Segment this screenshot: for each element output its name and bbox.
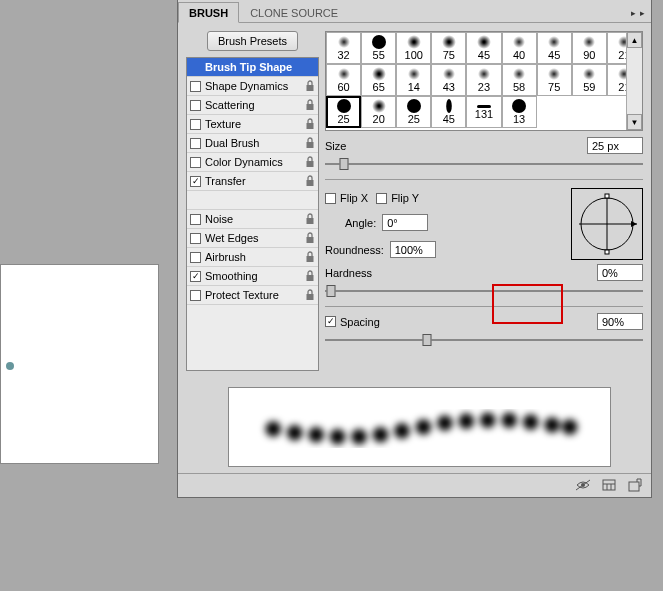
roundness-label: Roundness:: [325, 244, 384, 256]
option-checkbox[interactable]: [190, 100, 201, 111]
brush-tip-25[interactable]: 25: [326, 96, 361, 128]
brush-tip-size-label: 45: [478, 49, 490, 61]
brush-tip-23[interactable]: 23: [466, 64, 501, 96]
flip-y-checkbox[interactable]: [376, 193, 387, 204]
presets-manager-icon[interactable]: [601, 478, 617, 492]
angle-label: Angle:: [345, 217, 376, 229]
lock-icon[interactable]: [305, 270, 315, 282]
brush-tip-45[interactable]: 45: [537, 32, 572, 64]
hardness-input[interactable]: [597, 264, 643, 281]
brush-tip-14[interactable]: 14: [396, 64, 431, 96]
brush-tip-13[interactable]: 13: [502, 96, 537, 128]
brush-tip-size-label: 23: [478, 81, 490, 93]
brush-stroke-preview: [228, 387, 611, 467]
lock-icon[interactable]: [305, 99, 315, 111]
option-row-color-dynamics[interactable]: Color Dynamics: [187, 153, 318, 172]
roundness-input[interactable]: [390, 241, 436, 258]
option-checkbox[interactable]: [190, 252, 201, 263]
spacing-checkbox[interactable]: [325, 316, 336, 327]
brush-tip-size-label: 55: [373, 49, 385, 61]
size-slider[interactable]: [325, 155, 643, 173]
angle-input[interactable]: [382, 214, 428, 231]
lock-icon[interactable]: [305, 156, 315, 168]
brush-tip-43[interactable]: 43: [431, 64, 466, 96]
brush-tip-45[interactable]: 45: [431, 96, 466, 128]
angle-preview[interactable]: [571, 188, 643, 260]
brush-tip-40[interactable]: 40: [502, 32, 537, 64]
brush-tip-icon: [372, 67, 386, 81]
brush-tip-75[interactable]: 75: [431, 32, 466, 64]
option-checkbox[interactable]: [190, 271, 201, 282]
option-checkbox[interactable]: [190, 157, 201, 168]
option-row-transfer[interactable]: Transfer: [187, 172, 318, 191]
panel-collapse-arrows[interactable]: ▸ ▸: [631, 8, 651, 22]
option-checkbox[interactable]: [190, 81, 201, 92]
lock-icon[interactable]: [305, 118, 315, 130]
brush-tip-131[interactable]: 131: [466, 96, 501, 128]
brush-tip-55[interactable]: 55: [361, 32, 396, 64]
svg-rect-34: [603, 480, 615, 490]
hardness-label: Hardness: [325, 267, 372, 279]
brush-tip-size-label: 60: [337, 81, 349, 93]
brush-tip-grid: 3255100754540459021606514432358755921252…: [325, 31, 643, 131]
option-row-protect-texture[interactable]: Protect Texture: [187, 286, 318, 305]
lock-icon[interactable]: [305, 289, 315, 301]
option-checkbox[interactable]: [190, 290, 201, 301]
svg-rect-16: [605, 250, 609, 254]
brush-tip-25[interactable]: 25: [396, 96, 431, 128]
option-checkbox[interactable]: [190, 176, 201, 187]
option-row-wet-edges[interactable]: Wet Edges: [187, 229, 318, 248]
new-brush-icon[interactable]: [627, 478, 643, 492]
scroll-down-button[interactable]: ▼: [627, 114, 642, 130]
brush-tip-90[interactable]: 90: [572, 32, 607, 64]
option-row-dual-brush[interactable]: Dual Brush: [187, 134, 318, 153]
lock-icon[interactable]: [305, 213, 315, 225]
hardness-slider[interactable]: [325, 282, 643, 300]
brush-tip-20[interactable]: 20: [361, 96, 396, 128]
tab-brush[interactable]: BRUSH: [178, 2, 239, 23]
brush-tip-icon: [407, 99, 421, 113]
brush-tip-60[interactable]: 60: [326, 64, 361, 96]
option-label: Scattering: [205, 99, 305, 111]
option-row-shape-dynamics[interactable]: Shape Dynamics: [187, 77, 318, 96]
scrollbar-track[interactable]: [627, 48, 642, 114]
option-row-scattering[interactable]: Scattering: [187, 96, 318, 115]
option-row-texture[interactable]: Texture: [187, 115, 318, 134]
lock-icon[interactable]: [305, 251, 315, 263]
svg-rect-6: [307, 218, 314, 224]
option-checkbox[interactable]: [190, 138, 201, 149]
scroll-up-button[interactable]: ▲: [627, 32, 642, 48]
option-row-airbrush[interactable]: Airbrush: [187, 248, 318, 267]
brush-tip-59[interactable]: 59: [572, 64, 607, 96]
brush-tip-45[interactable]: 45: [466, 32, 501, 64]
lock-icon[interactable]: [305, 137, 315, 149]
flip-x-checkbox[interactable]: [325, 193, 336, 204]
brush-tip-size-label: 58: [513, 81, 525, 93]
option-row-brush-tip-shape[interactable]: Brush Tip Shape: [187, 58, 318, 77]
option-row-smoothing[interactable]: Smoothing: [187, 267, 318, 286]
lock-icon[interactable]: [305, 175, 315, 187]
brush-tip-100[interactable]: 100: [396, 32, 431, 64]
option-checkbox[interactable]: [190, 214, 201, 225]
option-row-blank[interactable]: [187, 191, 318, 210]
size-input[interactable]: [587, 137, 643, 154]
brush-tip-58[interactable]: 58: [502, 64, 537, 96]
brush-tip-size-label: 13: [513, 113, 525, 125]
brush-presets-button[interactable]: Brush Presets: [207, 31, 298, 51]
option-label: Texture: [205, 118, 305, 130]
brush-tip-size-label: 43: [443, 81, 455, 93]
tab-clone-source[interactable]: CLONE SOURCE: [239, 2, 349, 22]
toggle-preview-icon[interactable]: [575, 478, 591, 492]
option-row-noise[interactable]: Noise: [187, 210, 318, 229]
brush-tip-32[interactable]: 32: [326, 32, 361, 64]
spacing-input[interactable]: [597, 313, 643, 330]
lock-icon[interactable]: [305, 232, 315, 244]
spacing-slider[interactable]: [325, 331, 643, 349]
option-checkbox[interactable]: [190, 119, 201, 130]
lock-icon[interactable]: [305, 80, 315, 92]
brush-tip-size-label: 40: [513, 49, 525, 61]
brush-grid-scrollbar[interactable]: ▲ ▼: [626, 32, 642, 130]
brush-tip-65[interactable]: 65: [361, 64, 396, 96]
brush-tip-75[interactable]: 75: [537, 64, 572, 96]
option-checkbox[interactable]: [190, 233, 201, 244]
